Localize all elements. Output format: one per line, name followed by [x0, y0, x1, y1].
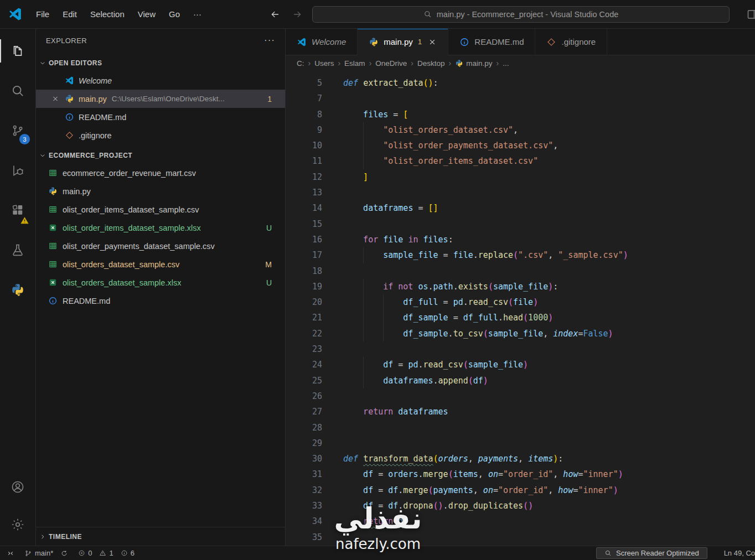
code-line[interactable]: 35	[286, 530, 755, 545]
breadcrumb-item[interactable]: Desktop	[417, 59, 445, 68]
code-line[interactable]: 30def transform_data(orders, payments, i…	[286, 451, 755, 466]
code-line[interactable]: 13	[286, 185, 755, 200]
menu-file[interactable]: File	[29, 7, 56, 22]
indent-guide	[343, 107, 363, 122]
activity-search-button[interactable]	[0, 71, 35, 111]
code-line[interactable]: 21 df_sample = df_full.head(1000)	[286, 310, 755, 325]
tab-Welcome[interactable]: Welcome	[286, 29, 358, 55]
tab-main.py[interactable]: main.py1	[358, 29, 448, 55]
code-line[interactable]: 15	[286, 216, 755, 232]
activity-account-button[interactable]	[0, 468, 35, 506]
sync-icon[interactable]	[60, 549, 68, 557]
file-label: olist_order_items_dataset_sample.xlsx	[63, 224, 201, 232]
open-editor-item[interactable]: README.md	[36, 108, 285, 126]
activity-testing-button[interactable]	[0, 230, 35, 270]
breadcrumb-item[interactable]: Eslam	[344, 59, 365, 68]
breadcrumb-item[interactable]: Users	[314, 59, 334, 68]
indent-guide	[363, 294, 383, 310]
file-item[interactable]: main.py	[36, 182, 285, 200]
open-editor-item[interactable]: main.pyC:\Users\Eslam\OneDrive\Deskt...1	[36, 90, 285, 108]
code-line[interactable]: 26	[286, 388, 755, 404]
indent-guide	[363, 357, 383, 372]
indent-guide	[343, 404, 363, 419]
code-line[interactable]: 28	[286, 420, 755, 435]
indent-guide	[343, 514, 363, 529]
code-line[interactable]: 5def extract_data():	[286, 75, 755, 91]
project-section-header[interactable]: ECOMMERCE_PROJECT	[36, 147, 285, 164]
zoom-icon	[604, 549, 612, 557]
close-icon[interactable]	[428, 38, 437, 46]
code-line[interactable]: 31 df = orders.merge(items, on="order_id…	[286, 466, 755, 482]
code-line[interactable]: 9 "olist_orders_dataset.csv",	[286, 122, 755, 138]
activity-explorer-button[interactable]	[0, 31, 35, 71]
forward-arrow-icon[interactable]	[292, 9, 302, 19]
code-line[interactable]: 19 if not os.path.exists(sample_file):	[286, 279, 755, 294]
code-line[interactable]: 33 df = df.dropna().drop_duplicates()	[286, 498, 755, 514]
open-editor-item[interactable]: .gitignore	[36, 126, 285, 144]
code-line[interactable]: 14 dataframes = []	[286, 200, 755, 216]
timeline-section-header[interactable]: TIMELINE	[36, 527, 285, 546]
breadcrumb-item[interactable]: C:	[297, 59, 304, 68]
code-line[interactable]: 27 return dataframes	[286, 404, 755, 419]
tab-README.md[interactable]: README.md	[448, 29, 535, 55]
menu-edit[interactable]: Edit	[56, 7, 84, 22]
file-item[interactable]: README.md	[36, 292, 285, 310]
breadcrumb-item[interactable]: ...	[503, 59, 509, 68]
layout-icon[interactable]	[746, 8, 755, 21]
file-label: olist_order_items_dataset_sample.csv	[63, 205, 199, 214]
code-line[interactable]: 24 df = pd.read_csv(sample_file)	[286, 357, 755, 372]
activity-run-debug-button[interactable]	[0, 151, 35, 190]
code-line[interactable]: 17 sample_file = file.replace(".csv", "_…	[286, 247, 755, 263]
code-line[interactable]: 8 files = [	[286, 107, 755, 122]
code-line[interactable]: 16 for file in files:	[286, 232, 755, 247]
file-item[interactable]: olist_order_items_dataset_sample.csv	[36, 200, 285, 219]
open-editor-item[interactable]: Welcome	[36, 71, 285, 90]
cursor-position[interactable]: Ln 49, Co	[724, 549, 755, 557]
code-line[interactable]: 22 df_sample.to_csv(sample_file, index=F…	[286, 326, 755, 341]
indent-guide	[363, 310, 383, 325]
command-center[interactable]: main.py - Ecommerce_project - Visual Stu…	[312, 6, 730, 23]
branch-status[interactable]: main*	[24, 549, 68, 557]
code-line[interactable]: 25 dataframes.append(df)	[286, 373, 755, 388]
code-line[interactable]: 29	[286, 435, 755, 451]
remote-indicator[interactable]	[7, 549, 14, 557]
file-item[interactable]: olist_orders_dataset_sample.csvM	[36, 255, 285, 273]
breadcrumb-separator: ›	[308, 59, 311, 68]
code-line[interactable]: 10 "olist_order_payments_dataset.csv",	[286, 138, 755, 153]
code-line[interactable]: 20 df_full = pd.read_csv(file)	[286, 294, 755, 310]
code-line[interactable]: 11 "olist_order_items_dataset.csv"	[286, 153, 755, 169]
code-line[interactable]: 23	[286, 341, 755, 357]
screen-reader-toggle[interactable]: Screen Reader Optimized	[596, 547, 707, 559]
line-number: 20	[286, 294, 322, 310]
file-item[interactable]: olist_order_items_dataset_sample.xlsxU	[36, 219, 285, 237]
breadcrumb-label: Users	[314, 59, 334, 68]
activity-settings-button[interactable]	[0, 506, 35, 543]
close-icon[interactable]	[46, 95, 65, 103]
activity-python-button[interactable]	[0, 270, 35, 310]
code-line[interactable]: 34 return df	[286, 514, 755, 529]
code-line[interactable]: 32 df = df.merge(payments, on="order_id"…	[286, 483, 755, 498]
breadcrumb-item[interactable]: OneDrive	[375, 59, 407, 68]
file-item[interactable]: ecommerce_order_revenue_mart.csv	[36, 164, 285, 182]
code-line[interactable]: 12 ]	[286, 169, 755, 185]
menu-view[interactable]: View	[131, 7, 162, 22]
problems-status[interactable]: 0 1 6	[78, 549, 135, 557]
activity-bar: 3	[0, 29, 36, 546]
explorer-actions-button[interactable]: ···	[264, 35, 275, 46]
code-line[interactable]: 18	[286, 263, 755, 279]
indent-guide	[343, 498, 363, 514]
code-line[interactable]: 7	[286, 91, 755, 106]
activity-source-control-button[interactable]: 3	[0, 111, 35, 151]
code-editor[interactable]: 5def extract_data():78 files = [9 "olist…	[286, 71, 755, 546]
menu-more-button[interactable]: ···	[187, 7, 208, 22]
open-editors-section-header[interactable]: OPEN EDITORS	[36, 55, 285, 71]
menu-go[interactable]: Go	[162, 7, 187, 22]
tab-.gitignore[interactable]: .gitignore	[535, 29, 607, 55]
file-item[interactable]: olist_order_payments_dataset_sample.csv	[36, 237, 285, 255]
file-item[interactable]: olist_orders_dataset_sample.xlsxU	[36, 273, 285, 292]
file-label: main.py	[79, 95, 107, 103]
activity-extensions-button[interactable]	[0, 190, 35, 230]
back-arrow-icon[interactable]	[270, 9, 280, 19]
breadcrumb-item[interactable]: main.py	[455, 59, 492, 68]
menu-selection[interactable]: Selection	[84, 7, 131, 22]
